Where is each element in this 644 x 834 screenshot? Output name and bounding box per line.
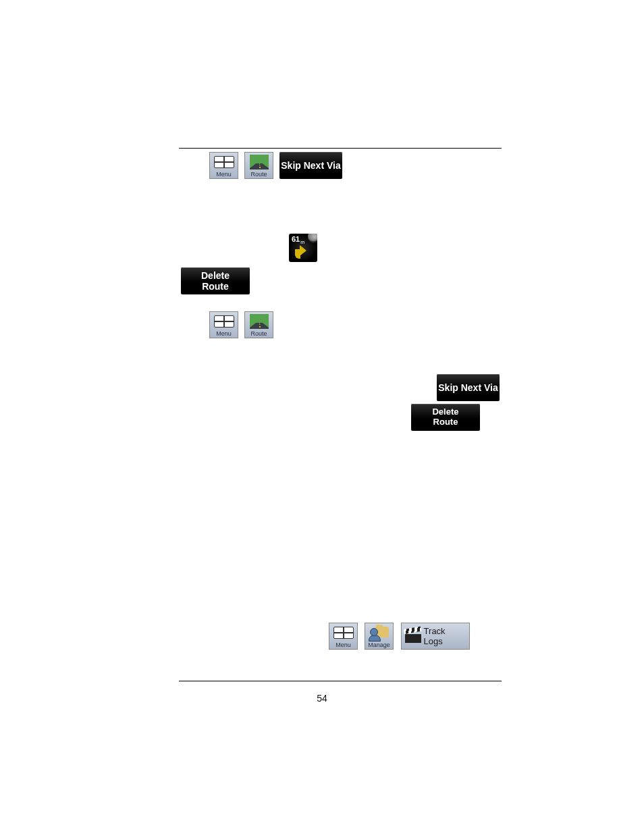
menu-icon [214,156,234,168]
section-rule-top [179,148,502,149]
delete-route-label: Delete Route [201,270,230,292]
section-rule-bottom [179,681,502,681]
skip-next-via-label: Skip Next Via [281,160,340,171]
page-number: 54 [0,693,644,704]
menu-button[interactable]: Menu [209,152,238,179]
route-button-label: Route [250,171,267,178]
manage-icon [370,625,389,640]
manage-button[interactable]: Manage [365,623,394,650]
delete-route-button-2[interactable]: Delete Route [411,404,480,431]
delete-route-label: Delete Route [432,407,458,427]
route-button[interactable]: Route [244,152,273,179]
menu-button-label: Menu [216,330,232,337]
clapperboard-icon [405,629,420,643]
menu-button-3[interactable]: Menu [329,623,358,650]
track-logs-button[interactable]: Track Logs [401,623,470,650]
menu-icon [214,315,234,328]
manage-button-label: Manage [368,642,390,648]
turn-preview[interactable]: 61m [289,234,317,262]
route-button-label: Route [250,330,267,337]
skip-next-via-label: Skip Next Via [438,382,498,393]
route-button-2[interactable]: Route [244,311,273,338]
turn-preview-distance: 61m [292,235,304,244]
delete-route-button[interactable]: Delete Route [181,267,250,294]
menu-button-label: Menu [216,171,232,178]
turn-right-arrow-icon [300,245,306,256]
menu-icon [333,627,354,639]
route-icon [250,314,269,329]
skip-next-via-button[interactable]: Skip Next Via [279,152,342,179]
menu-button-label: Menu [336,642,351,648]
route-icon [250,155,269,170]
menu-button-2[interactable]: Menu [209,311,238,338]
skip-next-via-button-2[interactable]: Skip Next Via [437,374,500,401]
track-logs-label: Track Logs [424,626,462,646]
